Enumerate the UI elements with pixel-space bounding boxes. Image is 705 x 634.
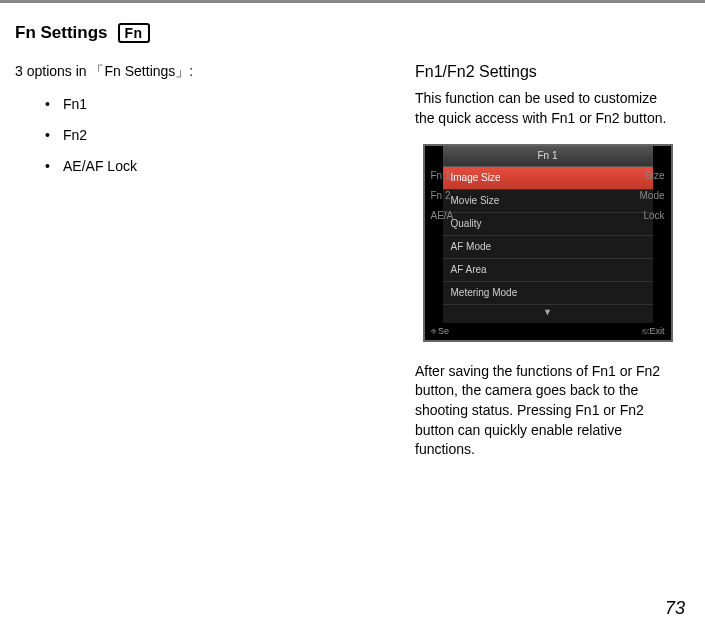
heading-row: Fn Settings Fn [15, 23, 680, 43]
options-list: Fn1 Fn2 AE/AF Lock [15, 94, 395, 177]
bg-label-right: Size [645, 169, 664, 183]
page-content: Fn Settings Fn 3 options in 「Fn Settings… [0, 3, 705, 460]
bg-label-left: AE/A [431, 209, 454, 223]
background-rows: Fn 1 Size Fn 2 Mode AE/A Lock [425, 166, 671, 226]
bottom-right-label: ⎋:Exit [642, 325, 665, 338]
page-number: 73 [665, 598, 685, 619]
description: This function can be used to customize t… [415, 89, 680, 128]
list-item: Fn2 [45, 125, 395, 146]
bg-label-right: Lock [643, 209, 664, 223]
bg-row: Fn 1 Size [425, 166, 671, 186]
menu-title: Fn 1 [443, 146, 653, 167]
camera-menu-screenshot: Fn 1 Size Fn 2 Mode AE/A Lock Fn 1 [423, 144, 673, 342]
left-column: 3 options in 「Fn Settings」: Fn1 Fn2 AE/A… [15, 61, 395, 460]
bg-row: Fn 2 Mode [425, 186, 671, 206]
fn-badge: Fn [118, 23, 150, 43]
columns: 3 options in 「Fn Settings」: Fn1 Fn2 AE/A… [15, 61, 680, 460]
menu-bottom-bar: ⎆ Se ⎋:Exit [425, 323, 671, 340]
bg-row: AE/A Lock [425, 206, 671, 226]
list-item: Fn1 [45, 94, 395, 115]
menu-overlay: Fn 1 Size Fn 2 Mode AE/A Lock Fn 1 [425, 146, 671, 340]
bg-label-left: Fn 1 [431, 169, 451, 183]
bottom-left-label: ⎆ Se [431, 325, 450, 338]
list-item: AE/AF Lock [45, 156, 395, 177]
heading-title: Fn Settings [15, 23, 108, 43]
after-description: After saving the functions of Fn1 or Fn2… [415, 362, 680, 460]
right-column: Fn1/Fn2 Settings This function can be us… [415, 61, 680, 460]
subheading: Fn1/Fn2 Settings [415, 61, 680, 83]
chevron-down-icon: ▼ [443, 305, 653, 320]
options-intro: 3 options in 「Fn Settings」: [15, 61, 395, 82]
menu-item: AF Area [443, 259, 653, 282]
menu-item: Metering Mode [443, 282, 653, 305]
menu-item: AF Mode [443, 236, 653, 259]
bg-label-left: Fn 2 [431, 189, 451, 203]
bg-label-right: Mode [639, 189, 664, 203]
